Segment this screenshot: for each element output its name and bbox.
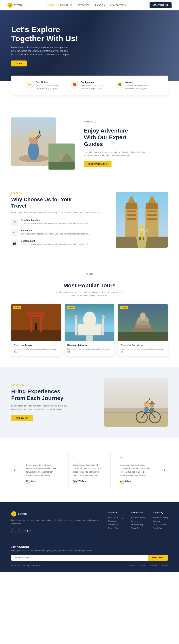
footer-brand-name: atravel <box>18 512 28 516</box>
svg-point-37 <box>35 323 38 326</box>
svg-rect-23 <box>147 214 157 216</box>
about-content: ABOUT US Enjoy Adventure With Our Expert… <box>75 120 147 167</box>
self-guide-icon: 🧭 <box>26 81 34 88</box>
adventure-content: ADVENTURE Bring Experiences From Each Jo… <box>11 384 104 421</box>
feature-desc-1: Lorem ipsum dolor sit amet, consectetur … <box>81 84 108 90</box>
footer: ✈ atravel Lorem ipsum dolor sit amet, co… <box>0 502 179 572</box>
testimonial-role-1: CEO <box>73 482 106 484</box>
newsletter-submit-button[interactable]: SUBSCRIBE <box>148 555 168 560</box>
tours-description: Lorem ipsum dolor sit amet, consectetur … <box>50 290 129 297</box>
tour-card-0[interactable]: TOUR Discover Tokyo Lorem ipsum dolor si… <box>11 304 61 356</box>
about-section: ABOUT US Enjoy Adventure With Our Expert… <box>0 106 179 181</box>
newsletter-email-input[interactable] <box>11 555 148 560</box>
hero-cta-button[interactable]: MORE <box>11 60 27 66</box>
svg-rect-24 <box>147 218 157 220</box>
quote-icon-2: " <box>120 456 153 462</box>
why-item-price: 🏷 Best Price Lorem ipsum dolor sit amet,… <box>11 229 104 236</box>
svg-marker-12 <box>136 236 147 248</box>
svg-point-44 <box>74 315 77 319</box>
about-cta-button[interactable]: DISCOVER MORE <box>84 161 111 167</box>
footer-bottom-services[interactable]: Services <box>150 564 157 566</box>
nav-home[interactable]: HOME <box>47 4 55 7</box>
svg-rect-50 <box>133 328 153 332</box>
adventure-section: ADVENTURE Bring Experiences From Each Jo… <box>0 367 179 438</box>
footer-link[interactable]: Education Touring <box>153 516 168 518</box>
footer-link[interactable]: Education Touring <box>130 516 145 518</box>
tour-title-0: Discover Tokyo <box>14 344 58 346</box>
svg-point-46 <box>102 315 105 319</box>
tours-tag: TOURS <box>50 272 129 276</box>
testimonial-author-1: John William <box>73 480 106 482</box>
footer-services-title: Services <box>108 511 123 514</box>
about-accent-image <box>49 144 75 170</box>
footer-newsletter: Join Newsletter Lorem ipsum dolor sit am… <box>11 541 168 560</box>
why-item-location: 📍 Beautiful Location Lorem ipsum dolor s… <box>11 219 104 226</box>
hero-content: Let's Explore Together With Us! Lorem ip… <box>11 25 78 66</box>
svg-rect-28 <box>143 236 144 240</box>
testimonials-section: ❮ " Lorem ipsum dolor sit amet, consecte… <box>0 438 179 502</box>
svg-rect-27 <box>139 236 141 240</box>
svg-rect-59 <box>104 408 168 413</box>
svg-rect-36 <box>40 317 42 332</box>
tour-title-1: Discover Istanbul <box>67 344 112 346</box>
footer-link[interactable]: Camping <box>108 520 123 522</box>
nav-links: HOME ABOUT US SERVICES PAGES ▾ CONTACT U… <box>47 4 126 7</box>
adventure-cta-button[interactable]: GET TOURS <box>11 415 33 421</box>
svg-rect-19 <box>127 210 136 212</box>
why-item-title-0: Beautiful Location <box>21 219 89 222</box>
footer-link[interactable]: Private Trip <box>153 527 168 529</box>
dots-decoration-2 <box>158 386 170 397</box>
nav-services[interactable]: SERVICES <box>77 4 90 7</box>
tours-heading: Most Popular Tours <box>11 282 168 289</box>
testimonials-inner: ❮ " Lorem ipsum dolor sit amet, consecte… <box>11 451 168 489</box>
footer-link[interactable]: Private Trip <box>130 527 145 529</box>
features-bar: 🧭 Self Guide Lorem ipsum dolor sit amet,… <box>11 76 168 95</box>
footer-bottom-home[interactable]: Home <box>130 564 135 566</box>
footer-company-title: Company <box>153 511 168 514</box>
nav-pages[interactable]: PAGES ▾ <box>95 4 105 7</box>
youtube-icon[interactable]: ▶ <box>25 528 31 533</box>
footer-link[interactable]: Camping <box>130 520 145 522</box>
nav-contact[interactable]: CONTACT US <box>110 4 126 7</box>
svg-rect-38 <box>35 326 37 330</box>
nav-about[interactable]: ABOUT US <box>60 4 72 7</box>
footer-bottom-cookies[interactable]: Cookies <box>161 564 168 566</box>
testimonial-next-button[interactable]: ❯ <box>161 466 168 473</box>
tours-section: TOURS Most Popular Tours Lorem ipsum dol… <box>0 261 179 367</box>
about-tag: ABOUT US <box>84 120 147 124</box>
hero-heading: Let's Explore Together With Us! <box>11 25 78 43</box>
svg-rect-32 <box>11 330 61 341</box>
svg-point-54 <box>140 312 146 320</box>
svg-point-67 <box>144 402 149 407</box>
footer-link[interactable]: Vacation Group <box>130 524 145 526</box>
facebook-icon[interactable]: f <box>11 528 17 533</box>
footer-link[interactable]: Education Touring <box>108 516 123 518</box>
nav-cta-button[interactable]: CONTACT US <box>149 2 171 8</box>
footer-brand-desc: Lorem ipsum dolor sit amet, consectetur … <box>11 519 101 525</box>
feature-backpacker: 🎒 Backpacker Lorem ipsum dolor sit amet,… <box>67 81 112 90</box>
tour-card-1[interactable]: TOUR Discover Istanbul Lorem ipsum dolor… <box>65 304 114 356</box>
footer-link[interactable]: Vacation Group <box>108 524 123 526</box>
testimonial-text-1: Lorem ipsum dolor sit amet, consectetur … <box>73 463 106 477</box>
brand-name: atravel <box>14 4 24 7</box>
footer-link[interactable]: Private Trip <box>108 527 123 529</box>
footer-top: ✈ atravel Lorem ipsum dolor sit amet, co… <box>11 511 168 533</box>
footer-bottom-about[interactable]: About Us <box>139 564 146 566</box>
svg-rect-72 <box>151 401 153 404</box>
svg-rect-30 <box>141 226 143 228</box>
about-images <box>11 118 75 170</box>
footer-col-company: Company Education Touring Camping Vacati… <box>153 511 168 533</box>
testimonial-text-2: Lorem ipsum dolor sit amet, consectetur … <box>120 463 153 477</box>
twitter-icon[interactable]: t <box>18 528 24 533</box>
testimonial-prev-button[interactable]: ❮ <box>11 466 18 473</box>
tour-image-1: TOUR <box>65 304 114 341</box>
tour-desc-2: Lorem ipsum dolor sit amet, consectetur … <box>121 348 165 353</box>
footer-link[interactable]: Vacation Group <box>153 524 168 526</box>
footer-logo-icon: ✈ <box>11 511 17 516</box>
footer-link[interactable]: Camping <box>153 520 168 522</box>
svg-rect-70 <box>150 408 154 413</box>
brand-logo[interactable]: ✈ atravel <box>8 2 24 8</box>
testimonial-role-0: CEO <box>26 482 59 484</box>
tour-title-2: Discover Barcelona <box>121 344 165 346</box>
tour-card-2[interactable]: TOUR Discover Barcelona Lorem ipsum dolo… <box>118 304 168 356</box>
